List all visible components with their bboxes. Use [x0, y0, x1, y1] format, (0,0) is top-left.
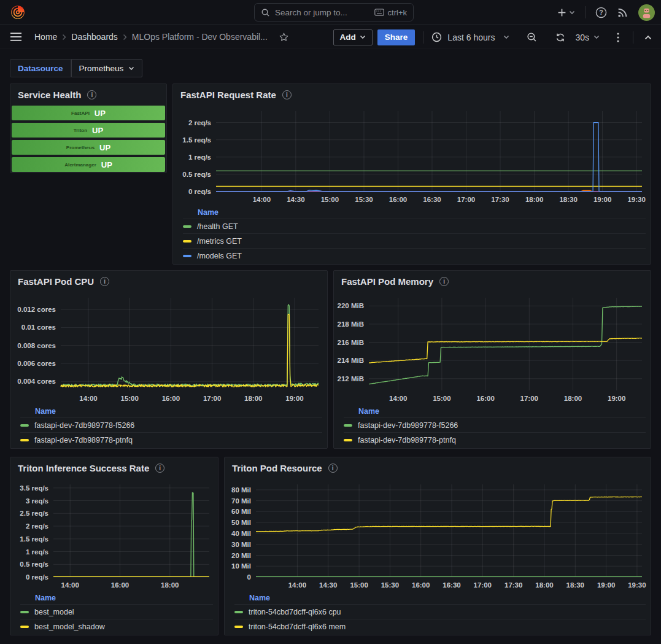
svg-text:40 Mil: 40 Mil — [231, 530, 251, 537]
svg-text:18:00: 18:00 — [564, 395, 582, 402]
refresh-picker[interactable]: 30s — [555, 33, 600, 42]
chart-canvas: 14:0014:3015:0015:3016:0016:3017:0017:30… — [173, 105, 651, 206]
panel-title[interactable]: Triton Pod Resource — [232, 463, 322, 473]
search-input[interactable]: Search or jump to... ctrl+k — [254, 3, 414, 21]
chart-fastapi-pod-cpu[interactable]: 14:0015:0016:0017:0018:0019:000.004 core… — [10, 292, 327, 405]
favorite-star-icon[interactable] — [279, 32, 289, 42]
breadcrumb: Home Dashboards MLOps Platform - Dev Obs… — [34, 32, 289, 42]
svg-text:0 req/s: 0 req/s — [188, 188, 211, 195]
chart-triton-inference-success-rate[interactable]: 14:0016:0018:000 req/s0.5 req/s1 req/s1.… — [10, 478, 218, 592]
help-icon[interactable]: ? — [595, 7, 607, 18]
chart-triton-pod-resource[interactable]: 14:0014:3015:0015:3016:0016:3017:0017:30… — [225, 478, 651, 592]
legend-item[interactable]: /metrics GET — [183, 233, 646, 248]
legend-label: /metrics GET — [197, 237, 242, 246]
legend-swatch — [183, 240, 191, 242]
panel-fastapi-pod-memory: FastAPI Pod Memory i 14:0015:0016:0017:0… — [333, 270, 651, 449]
chart-fastapi-request-rate[interactable]: 14:0014:3015:0015:3016:0016:3017:0017:30… — [173, 105, 651, 206]
kebab-menu[interactable] — [617, 33, 619, 42]
service-status-alertmanager[interactable]: AlertmanagerUP — [12, 157, 165, 172]
panel-fastapi-request-rate: FastAPI Request Rate i 14:0014:3015:0015… — [172, 83, 651, 265]
svg-text:18:00: 18:00 — [161, 581, 179, 589]
svg-text:17:00: 17:00 — [457, 196, 475, 203]
svg-text:1 req/s: 1 req/s — [26, 548, 48, 556]
legend-header[interactable]: Name — [234, 592, 646, 604]
info-icon[interactable]: i — [439, 277, 449, 286]
svg-text:1 req/s: 1 req/s — [188, 153, 211, 161]
legend-item[interactable]: fastapi-dev-7db989778-f5266 — [20, 417, 322, 432]
chart-fastapi-pod-memory[interactable]: 14:0015:0016:0017:0018:0019:00212 MiB214… — [334, 292, 651, 405]
legend-swatch — [344, 439, 352, 441]
legend-item[interactable]: triton-54cbd7dcff-ql6x6 cpu — [234, 604, 646, 619]
datasource-picker[interactable]: Prometheus — [71, 59, 143, 77]
svg-text:19:30: 19:30 — [628, 581, 646, 589]
collapse-toolbar-button[interactable] — [644, 35, 652, 40]
legend-header[interactable]: Name — [344, 405, 646, 417]
info-icon[interactable]: i — [282, 90, 292, 99]
legend-header[interactable]: Name — [183, 206, 646, 219]
time-range-picker[interactable]: Last 6 hours — [431, 32, 509, 42]
svg-text:14:00: 14:00 — [61, 581, 79, 589]
panel-title[interactable]: FastAPI Pod CPU — [18, 276, 94, 287]
svg-text:15:00: 15:00 — [321, 196, 339, 203]
user-avatar[interactable] — [638, 4, 655, 21]
menu-icon[interactable] — [10, 32, 22, 42]
panel-title[interactable]: Service Health — [18, 90, 81, 100]
svg-text:18:00: 18:00 — [535, 581, 553, 589]
svg-text:14:30: 14:30 — [319, 581, 337, 589]
legend-item[interactable]: fastapi-dev-7db989778-f5266 — [344, 417, 646, 432]
svg-text:20 Mil: 20 Mil — [231, 552, 251, 559]
panel-title[interactable]: Triton Inference Success Rate — [18, 463, 149, 473]
add-button[interactable]: Add — [333, 29, 373, 45]
chart-legend: Namebest_modelbest_model_shadow — [10, 592, 218, 635]
svg-text:17:30: 17:30 — [491, 196, 509, 203]
info-icon[interactable]: i — [100, 277, 109, 286]
legend-header[interactable]: Name — [20, 405, 322, 417]
svg-text:0 req/s: 0 req/s — [26, 573, 48, 581]
legend-item[interactable]: best_model — [20, 604, 213, 619]
dashboard-toolbar: Home Dashboards MLOps Platform - Dev Obs… — [0, 25, 661, 49]
svg-text:214 MiB: 214 MiB — [338, 357, 364, 364]
search-icon — [261, 8, 270, 17]
legend-swatch — [183, 255, 191, 257]
news-icon[interactable] — [617, 7, 628, 18]
legend-header[interactable]: Name — [20, 592, 213, 604]
legend-label: best_model — [34, 608, 74, 616]
service-status-list: FastAPIUPTritonUPPrometheusUPAlertmanage… — [10, 105, 166, 173]
legend-item[interactable]: fastapi-dev-7db989778-ptnfq — [20, 432, 322, 447]
new-button[interactable] — [557, 8, 575, 17]
service-status-prometheus[interactable]: PrometheusUP — [12, 140, 165, 155]
svg-text:10 Mil: 10 Mil — [231, 562, 251, 570]
svg-text:14:00: 14:00 — [389, 395, 407, 402]
service-status-triton[interactable]: TritonUP — [12, 123, 165, 138]
legend-item[interactable]: /health GET — [183, 219, 646, 233]
svg-text:19:00: 19:00 — [608, 395, 625, 402]
breadcrumb-home[interactable]: Home — [34, 32, 57, 42]
legend-item[interactable]: best_model_shadow — [20, 619, 213, 634]
legend-item[interactable]: /models GET — [183, 248, 646, 263]
clock-icon — [431, 32, 442, 42]
svg-text:2.5 req/s: 2.5 req/s — [20, 510, 48, 517]
search-shortcut: ctrl+k — [388, 8, 407, 17]
info-icon[interactable]: i — [328, 464, 338, 473]
refresh-icon — [555, 33, 565, 42]
legend-item[interactable]: fastapi-dev-7db989778-ptnfq — [344, 432, 646, 447]
info-icon[interactable]: i — [155, 464, 164, 473]
svg-text:16:00: 16:00 — [162, 395, 180, 402]
svg-text:216 MiB: 216 MiB — [338, 339, 364, 346]
share-button[interactable]: Share — [377, 29, 416, 45]
svg-text:3.5 req/s: 3.5 req/s — [20, 484, 48, 492]
grafana-logo[interactable] — [10, 4, 26, 20]
svg-text:16:30: 16:30 — [423, 196, 441, 203]
legend-swatch — [234, 626, 243, 628]
legend-item[interactable]: triton-54cbd7dcff-ql6x6 mem — [234, 619, 646, 634]
zoom-out-button[interactable] — [527, 32, 537, 42]
panel-title[interactable]: FastAPI Pod Memory — [341, 276, 433, 287]
service-status: UP — [99, 143, 110, 152]
breadcrumb-dashboards[interactable]: Dashboards — [71, 32, 118, 42]
panel-title[interactable]: FastAPI Request Rate — [180, 90, 276, 100]
service-status-fastapi[interactable]: FastAPIUP — [12, 106, 165, 120]
info-icon[interactable]: i — [87, 90, 96, 99]
svg-text:18:00: 18:00 — [244, 395, 262, 402]
svg-text:14:30: 14:30 — [287, 196, 304, 203]
chart-canvas: 14:0015:0016:0017:0018:0019:000.004 core… — [10, 292, 327, 405]
